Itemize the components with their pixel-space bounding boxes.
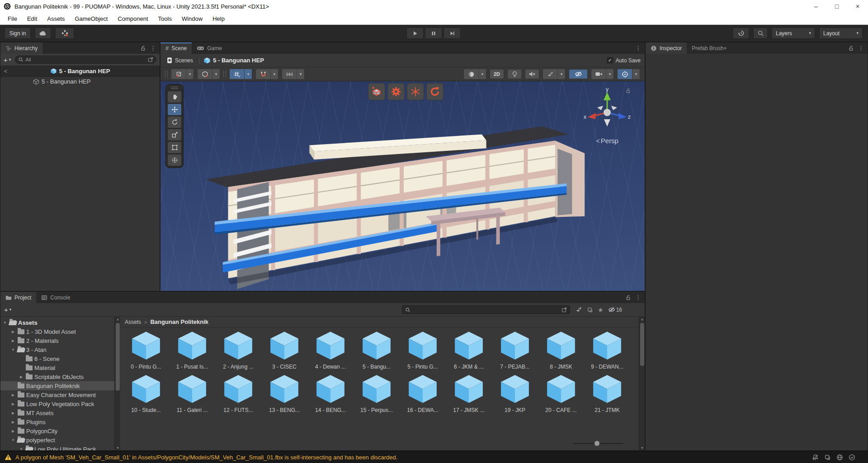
scroll-down-icon[interactable]: ▼ bbox=[639, 446, 645, 449]
effects-button[interactable] bbox=[543, 69, 557, 79]
tab-prefab-brush[interactable]: Prefab Brush+ bbox=[687, 42, 731, 54]
tree-foldout-arrow[interactable]: ▶ bbox=[10, 411, 16, 415]
hierarchy-item[interactable]: 5 - Bangunan HEP bbox=[0, 77, 160, 86]
create-object-button[interactable]: + bbox=[4, 56, 8, 63]
chevron-down-icon[interactable]: ▾ bbox=[9, 308, 12, 312]
panel-menu-icon[interactable]: ⋮ bbox=[635, 294, 641, 301]
asset-item[interactable]: 1 - Pusat Is... bbox=[169, 328, 215, 370]
status-bar[interactable]: A polygon of Mesh 'SM_Veh_Car_Small_01' … bbox=[0, 451, 868, 463]
prefab-brush-settings-button[interactable] bbox=[387, 83, 405, 100]
breadcrumb-current[interactable]: Bangunan Politeknik bbox=[150, 318, 208, 325]
transform-tool-button[interactable] bbox=[168, 154, 181, 166]
handle-position-dropdown[interactable]: ▾ bbox=[186, 69, 193, 79]
tab-scene[interactable]: # Scene bbox=[160, 42, 192, 54]
project-tree-item[interactable]: ▼ Low Poly Ultimate Pack bbox=[0, 444, 114, 450]
project-tree-item[interactable]: ▶ Low Poly Vegetation Pack bbox=[0, 399, 114, 408]
menu-item[interactable]: Component bbox=[113, 14, 153, 24]
menu-item[interactable]: File bbox=[3, 14, 22, 24]
asset-item[interactable]: 2 - Anjung ... bbox=[215, 328, 261, 370]
asset-item[interactable]: 21 - JTMK bbox=[584, 372, 630, 413]
filter-by-type-icon[interactable] bbox=[576, 306, 582, 313]
asset-item[interactable]: 6 - JKM & ... bbox=[446, 328, 492, 370]
tool-handle-rotation-button[interactable] bbox=[198, 69, 212, 79]
panel-menu-icon[interactable]: ⋮ bbox=[858, 45, 864, 51]
project-tree-item[interactable]: ▼ polyperfect bbox=[0, 435, 114, 444]
chevron-down-icon[interactable]: ▾ bbox=[9, 58, 11, 62]
sign-in-button[interactable]: Sign in bbox=[5, 28, 31, 39]
scene-camera-dropdown[interactable]: ▾ bbox=[606, 69, 613, 79]
scene-orientation-gizmo[interactable]: y x z <Persp bbox=[582, 87, 632, 145]
asset-item[interactable]: 5 - Bangu... bbox=[354, 328, 400, 370]
tree-foldout-arrow[interactable]: ▼ bbox=[2, 321, 8, 325]
menu-item[interactable]: Tools bbox=[153, 14, 177, 24]
handle-rotation-dropdown[interactable]: ▾ bbox=[212, 69, 220, 79]
menu-item[interactable]: GameObject bbox=[70, 14, 113, 24]
menu-item[interactable]: Help bbox=[208, 14, 230, 24]
thumbnail-zoom-slider[interactable] bbox=[573, 441, 623, 446]
project-tree-item[interactable]: ▼ Assets bbox=[0, 318, 114, 327]
menu-item[interactable]: Edit bbox=[22, 14, 42, 24]
prefab-brush-place-button[interactable] bbox=[368, 83, 385, 100]
asset-item[interactable]: 10 - Stude... bbox=[123, 372, 169, 413]
layers-icon[interactable] bbox=[824, 454, 831, 461]
picker-icon[interactable] bbox=[561, 307, 567, 313]
tree-foldout-arrow[interactable]: ▶ bbox=[10, 339, 16, 343]
scale-tool-button[interactable] bbox=[168, 129, 181, 140]
search-button[interactable] bbox=[753, 28, 768, 39]
tab-game[interactable]: Game bbox=[192, 42, 227, 54]
auto-save-checkbox[interactable]: ✓ bbox=[607, 57, 613, 63]
asset-item[interactable]: 13 - BENG... bbox=[261, 372, 307, 413]
tree-foldout-arrow[interactable]: ▶ bbox=[10, 402, 16, 406]
breadcrumb-prefab[interactable]: 5 - Bangunan HEP bbox=[203, 57, 264, 64]
breadcrumb-scenes[interactable]: Scenes bbox=[165, 56, 195, 65]
unlock-icon[interactable] bbox=[848, 45, 854, 51]
grid-visibility-button[interactable] bbox=[230, 69, 244, 79]
tab-hierarchy[interactable]: Hierarchy bbox=[0, 42, 42, 54]
asset-item[interactable]: 3 - CISEC bbox=[261, 328, 307, 370]
back-arrow-icon[interactable]: < bbox=[4, 68, 14, 75]
project-tree-item[interactable]: ▶ Easy Character Movement bbox=[0, 390, 114, 399]
grid-snapping-button[interactable] bbox=[256, 69, 270, 79]
toolbar-drag-handle[interactable] bbox=[165, 70, 168, 78]
asset-item[interactable]: 12 - FUTS... bbox=[215, 372, 261, 413]
asset-item[interactable]: 5 - Pintu G... bbox=[400, 328, 446, 370]
gizmos-dropdown[interactable]: ▾ bbox=[632, 69, 640, 79]
play-button[interactable] bbox=[406, 28, 424, 39]
step-button[interactable] bbox=[443, 28, 461, 39]
project-tree-item[interactable]: Bangunan Politeknik bbox=[0, 381, 114, 390]
unlock-icon[interactable] bbox=[140, 45, 146, 51]
tab-inspector[interactable]: Inspector bbox=[646, 42, 687, 54]
hidden-objects-button[interactable] bbox=[569, 69, 588, 79]
asset-item[interactable]: 7 - PEJAB... bbox=[492, 328, 538, 370]
view-tool-button[interactable] bbox=[168, 91, 181, 103]
scene-viewport[interactable]: y x z <Persp bbox=[160, 81, 645, 291]
picker-icon[interactable] bbox=[148, 57, 153, 62]
tree-foldout-arrow[interactable]: ▶ bbox=[10, 393, 16, 397]
unity-services-button[interactable] bbox=[55, 28, 74, 39]
close-button[interactable]: × bbox=[847, 0, 868, 13]
tool-handle-position-button[interactable] bbox=[171, 69, 186, 79]
project-tree-item[interactable]: ▶ PolygonCity bbox=[0, 426, 114, 435]
asset-item[interactable]: 17 - JMSK ... bbox=[446, 372, 492, 413]
projection-toggle[interactable]: <Persp bbox=[582, 137, 632, 145]
tree-foldout-arrow[interactable]: ▼ bbox=[10, 348, 16, 352]
asset-item[interactable]: 0 - Pintu G... bbox=[123, 328, 169, 370]
tree-foldout-arrow[interactable]: ▶ bbox=[10, 420, 16, 424]
asset-item[interactable]: 15 - Perpus... bbox=[354, 372, 400, 413]
minimize-button[interactable]: – bbox=[806, 0, 826, 13]
rotate-tool-button[interactable] bbox=[168, 117, 181, 128]
tree-foldout-arrow[interactable]: ▶ bbox=[10, 429, 16, 433]
tree-foldout-arrow[interactable]: ▶ bbox=[19, 375, 24, 379]
network-icon[interactable] bbox=[836, 454, 843, 461]
layout-dropdown[interactable]: Layout▾ bbox=[819, 28, 863, 39]
scrollbar-thumb[interactable] bbox=[116, 323, 120, 391]
asset-item[interactable]: 19 - JKP bbox=[492, 372, 538, 413]
project-tree-item[interactable]: ▶ Scriptable ObJects bbox=[0, 372, 114, 381]
asset-item[interactable]: 16 - DEWA... bbox=[400, 372, 446, 413]
tree-foldout-arrow[interactable]: ▼ bbox=[10, 438, 16, 442]
effects-dropdown[interactable]: ▾ bbox=[557, 69, 565, 79]
prefab-header-row[interactable]: < 5 - Bangunan HEP bbox=[0, 66, 160, 77]
gizmos-button[interactable] bbox=[618, 69, 632, 79]
snap-increment-dropdown[interactable]: ▾ bbox=[297, 69, 304, 79]
tree-foldout-arrow[interactable]: ▼ bbox=[19, 447, 24, 451]
